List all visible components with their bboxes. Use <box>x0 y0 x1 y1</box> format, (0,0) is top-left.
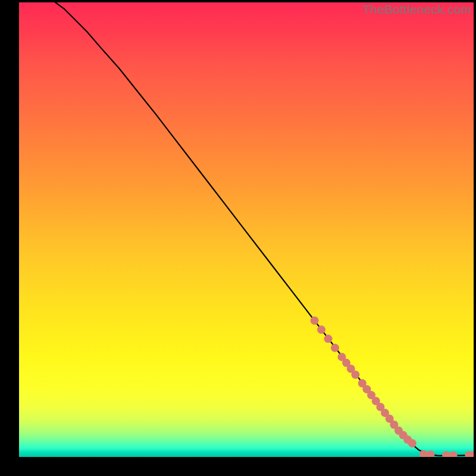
data-point <box>408 439 416 447</box>
data-point <box>426 450 434 457</box>
data-point <box>317 325 325 334</box>
plot-area <box>19 2 474 457</box>
data-point <box>324 334 333 343</box>
chart-svg <box>19 2 474 457</box>
curve-line <box>55 2 474 456</box>
chart-stage: TheBottleneck.com <box>0 0 476 476</box>
watermark-text: TheBottleneck.com <box>362 2 471 17</box>
marker-group <box>311 317 474 457</box>
data-point <box>449 451 458 457</box>
data-point <box>331 344 339 352</box>
data-point <box>351 371 359 379</box>
data-point <box>311 317 319 325</box>
